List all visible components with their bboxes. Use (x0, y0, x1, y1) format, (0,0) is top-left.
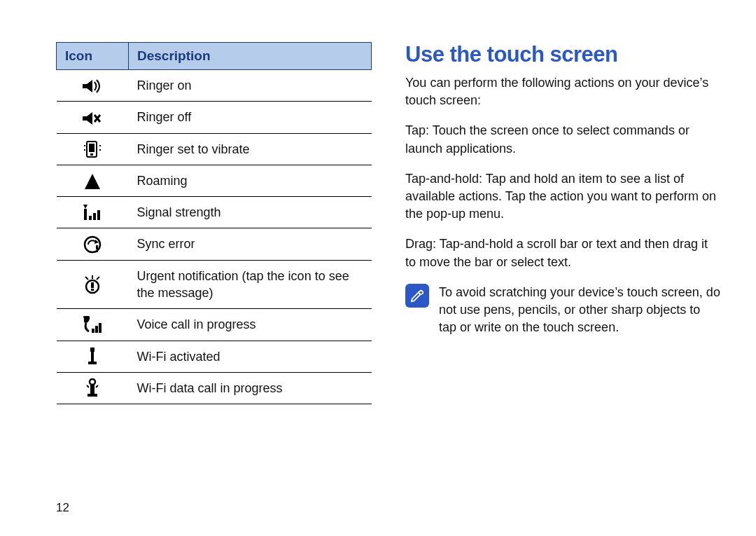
svg-line-39 (96, 385, 98, 387)
svg-marker-13 (85, 174, 100, 189)
svg-line-25 (97, 277, 99, 280)
table-cell-desc: Wi-Fi activated (129, 341, 372, 372)
svg-rect-30 (95, 326, 98, 333)
svg-marker-14 (83, 205, 88, 209)
note-block: To avoid scratching your device’s touch … (405, 284, 721, 337)
table-cell-desc: Ringer set to vibrate (129, 133, 372, 165)
svg-rect-29 (92, 329, 94, 333)
svg-rect-28 (91, 289, 94, 291)
svg-rect-37 (88, 394, 97, 397)
table-row: Ringer off (57, 102, 372, 133)
table-row: Ringer on (57, 70, 372, 102)
wifi-activated-icon (57, 341, 129, 372)
svg-rect-16 (89, 216, 92, 220)
svg-rect-27 (91, 282, 94, 288)
svg-rect-17 (93, 213, 96, 220)
table-row: Voice call in progress (57, 309, 372, 341)
ringer-off-icon (57, 102, 129, 133)
svg-rect-22 (96, 250, 98, 252)
manual-page: Icon Description (0, 0, 756, 536)
table-cell-desc: Signal strength (129, 197, 372, 228)
table-row: Ringer set to vibrate (57, 133, 372, 165)
th-description: Description (129, 43, 372, 70)
table-row: Sync error (57, 228, 372, 260)
voice-call-progress-icon (57, 309, 129, 341)
svg-rect-7 (89, 144, 94, 152)
table-row: Wi-Fi data call in progress (57, 372, 372, 404)
intro-paragraph: You can perform the following actions on… (405, 74, 721, 109)
svg-rect-2 (83, 116, 87, 121)
svg-point-35 (90, 379, 95, 385)
svg-rect-0 (83, 84, 87, 88)
roaming-icon (57, 165, 129, 196)
icon-description-table: Icon Description (56, 42, 372, 404)
note-icon (405, 284, 429, 308)
right-column: Use the touch screen You can perform the… (405, 42, 721, 522)
svg-rect-32 (90, 348, 94, 352)
page-number: 12 (56, 501, 69, 515)
svg-rect-18 (97, 210, 100, 220)
table-cell-desc: Ringer on (129, 70, 372, 102)
svg-rect-21 (96, 245, 98, 249)
svg-rect-33 (91, 352, 94, 362)
table-cell-desc: Sync error (129, 228, 372, 260)
svg-rect-8 (90, 153, 93, 156)
svg-line-23 (85, 277, 88, 280)
svg-line-38 (87, 385, 89, 387)
note-text: To avoid scratching your device’s touch … (439, 284, 721, 337)
tap-hold-paragraph: Tap-and-hold: Tap and hold an item to se… (405, 170, 721, 224)
table-header-row: Icon Description (57, 43, 372, 70)
table-row: Signal strength (57, 197, 372, 228)
ringer-on-icon (57, 70, 129, 102)
svg-rect-34 (88, 362, 97, 364)
signal-strength-icon (57, 197, 129, 228)
svg-marker-3 (87, 112, 92, 125)
table-row: Urgent notification (tap the icon to see… (57, 260, 372, 309)
left-column: Icon Description (56, 42, 372, 522)
table-row: Wi-Fi activated (57, 341, 372, 372)
svg-rect-15 (84, 209, 87, 220)
tap-paragraph: Tap: Touch the screen once to select com… (405, 122, 721, 157)
urgent-notification-icon (57, 260, 129, 309)
table-cell-desc: Roaming (129, 165, 372, 196)
table-cell-desc: Ringer off (129, 102, 372, 133)
table-cell-desc: Voice call in progress (129, 309, 372, 341)
svg-rect-31 (99, 323, 102, 333)
table-cell-desc: Wi-Fi data call in progress (129, 372, 372, 404)
section-heading: Use the touch screen (405, 42, 721, 67)
drag-paragraph: Drag: Tap-and-hold a scroll bar or text … (405, 235, 721, 270)
table-row: Roaming (57, 165, 372, 196)
svg-rect-36 (90, 384, 94, 394)
ringer-vibrate-icon (57, 133, 129, 165)
th-icon: Icon (57, 43, 129, 70)
sync-error-icon (57, 228, 129, 260)
table-cell-desc: Urgent notification (tap the icon to see… (129, 260, 372, 309)
wifi-data-call-icon (57, 372, 129, 404)
svg-marker-1 (87, 80, 92, 92)
svg-point-19 (85, 237, 100, 252)
